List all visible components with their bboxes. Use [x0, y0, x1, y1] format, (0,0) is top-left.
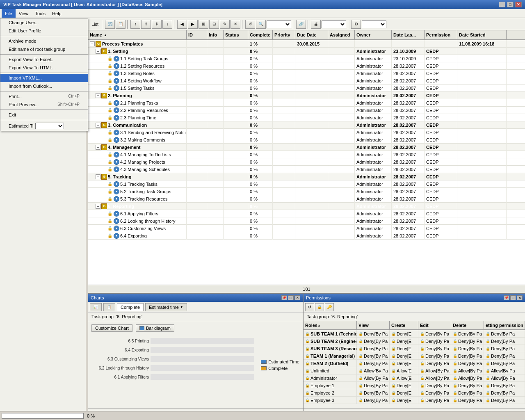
- task-row[interactable]: −GProcess Templates1 %30.08.201511.08.20…: [88, 40, 525, 48]
- menu-edit-user-profile[interactable]: Edit User Profile: [0, 27, 88, 35]
- task-row[interactable]: 🔒●4.1 Managing To Do Lists0 %Administrat…: [88, 151, 525, 158]
- toolbar-select[interactable]: [267, 20, 291, 28]
- menu-tools[interactable]: Tools: [32, 9, 49, 18]
- perm-col-roles[interactable]: Roles ▲: [304, 321, 357, 329]
- perm-row[interactable]: 🔒Employee 2🔒Deny[By Pa🔒Deny[E🔒Deny[By Pa…: [304, 389, 525, 397]
- col-header-datestarted[interactable]: Date Started: [457, 30, 507, 39]
- expand-icon[interactable]: −: [96, 123, 100, 128]
- toolbar-btn-9[interactable]: 🔍: [256, 20, 266, 29]
- perm-btn-1[interactable]: ↺: [305, 303, 314, 311]
- task-row[interactable]: 🔒●4.3 Managing Schedules0 %Administrator…: [88, 166, 525, 173]
- expand-icon[interactable]: −: [96, 204, 100, 209]
- perm-btn-2[interactable]: 🔒: [315, 303, 324, 311]
- expand-icon[interactable]: −: [96, 49, 100, 54]
- toolbar-btn-2[interactable]: 📋: [116, 20, 126, 29]
- task-row[interactable]: −G5. Tracking0 %Administrator28.02.2007C…: [88, 173, 525, 180]
- col-header-complete[interactable]: Complete: [248, 30, 273, 39]
- toolbar-select2[interactable]: [322, 20, 346, 28]
- perm-row[interactable]: 🔒TEAM 1 (Managerial)🔒Deny[By Pa🔒Deny[E🔒D…: [304, 352, 525, 360]
- menu-print[interactable]: Print...Ctrl+P: [0, 92, 88, 100]
- task-row[interactable]: 🔒●1.3 Setting Roles0 %Administrator28.02…: [88, 70, 525, 77]
- menu-change-user[interactable]: Change User...: [0, 18, 88, 27]
- toolbar-select3[interactable]: [362, 20, 386, 28]
- menu-export-html[interactable]: Export View To HTML...: [0, 64, 88, 72]
- col-header-priority[interactable]: Priority: [273, 30, 295, 39]
- perm-col-delete[interactable]: Delete: [451, 321, 484, 329]
- perm-row[interactable]: 🔒Employee 1🔒Deny[By Pa🔒Deny[E🔒Deny[By Pa…: [304, 382, 525, 389]
- perm-row[interactable]: 🔒SUB TEAM 1 (Technicians)🔒Deny[By Pa🔒Den…: [304, 330, 525, 338]
- chart-tab-icon1[interactable]: 📊: [90, 303, 102, 311]
- task-row[interactable]: −G1. Setting0 %Administrator23.10.2009CE…: [88, 48, 525, 55]
- charts-close-btn[interactable]: ✕: [294, 295, 300, 300]
- perm-max-btn[interactable]: □: [510, 295, 516, 300]
- menu-print-preview[interactable]: Print Preview...Shift+Ctrl+P: [0, 100, 88, 109]
- minimize-btn[interactable]: _: [499, 2, 505, 7]
- col-header-owner[interactable]: Owner: [355, 30, 392, 39]
- task-row[interactable]: 🔒●1.2 Setting Resources0 %Administrator2…: [88, 62, 525, 70]
- expand-icon[interactable]: −: [90, 41, 95, 46]
- perm-btn-3[interactable]: 🔑: [325, 303, 334, 311]
- charts-pin-btn[interactable]: 📌: [281, 295, 287, 300]
- toolbar-refresh[interactable]: ↺: [245, 20, 255, 29]
- chart-tab-complete[interactable]: Complete: [117, 303, 144, 311]
- perm-close-btn[interactable]: ✕: [517, 295, 523, 300]
- task-row[interactable]: −G3. Communication0 %Administrator28.02.…: [88, 121, 525, 129]
- menu-export-excel[interactable]: Export View To Excel...: [0, 55, 88, 64]
- toolbar-btn-up1[interactable]: ↑: [130, 20, 140, 29]
- task-row[interactable]: 🔒●1.1 Setting Task Groups0 %Administrato…: [88, 55, 525, 62]
- menu-import-vpxml[interactable]: Import VPXML...: [0, 74, 88, 82]
- col-header-perm[interactable]: Permission: [425, 30, 457, 39]
- menu-estimated-ti[interactable]: Estimated Ti: [0, 121, 88, 131]
- toolbar-btn-6[interactable]: ⊟: [209, 20, 219, 29]
- menu-file[interactable]: File: [2, 9, 16, 18]
- toolbar-btn-8[interactable]: ✕: [231, 20, 240, 29]
- menu-view[interactable]: View: [16, 9, 32, 18]
- expand-icon[interactable]: −: [96, 174, 100, 179]
- col-header-info[interactable]: Info: [207, 30, 224, 39]
- toolbar-btn-down1[interactable]: ⇓: [152, 20, 162, 29]
- task-row[interactable]: 🔒●5.3 Tracking Resources0 %Administrator…: [88, 195, 525, 203]
- toolbar-btn-1[interactable]: 🔄: [105, 20, 115, 29]
- toolbar-btn-down2[interactable]: ↓: [162, 20, 172, 29]
- chart-tab-estimated[interactable]: Estimated time ▼: [145, 303, 187, 311]
- task-row[interactable]: 🔒●2.3 Planning Time0 %Administrator28.02…: [88, 114, 525, 121]
- perm-row[interactable]: 🔒Unlimited🔒Allow[By Pa🔒Allow[E🔒Allow[By …: [304, 367, 525, 374]
- task-row[interactable]: 🔒●2.2 Planning Resources0 %Administrator…: [88, 107, 525, 114]
- task-row[interactable]: 🔒●5.1 Tracking Tasks0 %Administrator28.0…: [88, 180, 525, 188]
- task-row[interactable]: −G2. Planning0 %Administrator28.02.2007C…: [88, 92, 525, 99]
- col-header-id[interactable]: ID: [187, 30, 207, 39]
- perm-row[interactable]: 🔒SUB TEAM 2 (Engineers)🔒Deny[By Pa🔒Deny[…: [304, 338, 525, 345]
- toolbar-btn-3[interactable]: ◀: [177, 20, 187, 29]
- toolbar-btn-5[interactable]: ⊞: [199, 20, 208, 29]
- menu-import-outlook[interactable]: Import from Outlook...: [0, 82, 88, 90]
- expand-icon[interactable]: −: [96, 93, 100, 98]
- toolbar-print[interactable]: 🖨: [311, 20, 321, 29]
- task-row[interactable]: 🔒●6.4 Exporting0 %Administrator28.02.200…: [88, 232, 525, 240]
- menu-exit[interactable]: Exit: [0, 111, 88, 119]
- estimated-ti-select[interactable]: [35, 123, 64, 129]
- col-header-duedate[interactable]: Due Date: [295, 30, 328, 39]
- toolbar-btn-7[interactable]: ✎: [220, 20, 230, 29]
- col-header-lastmod[interactable]: Date Las...: [392, 30, 425, 39]
- task-row[interactable]: 🔒●4.2 Managing Projects0 %Administrator2…: [88, 158, 525, 166]
- menu-archive-mode[interactable]: Archive mode: [0, 37, 88, 45]
- task-row[interactable]: 🔒●1.5 Setting Tasks0 %Administrator28.02…: [88, 84, 525, 92]
- task-row[interactable]: 🔒●3.2 Making Comments0 %Administrator28.…: [88, 136, 525, 144]
- customize-chart-btn[interactable]: Customize Chart: [91, 324, 132, 332]
- col-header-name[interactable]: Name▲: [88, 30, 187, 39]
- task-row[interactable]: 🔒●6.3 Customizing Views0 %Administrator2…: [88, 225, 525, 232]
- charts-max-btn[interactable]: □: [288, 295, 294, 300]
- task-row[interactable]: −G4. Management0 %Administrator28.02.200…: [88, 144, 525, 151]
- perm-pin-btn[interactable]: 📌: [504, 295, 509, 300]
- maximize-btn[interactable]: □: [507, 2, 514, 7]
- toolbar-btn-4[interactable]: ▶: [188, 20, 198, 29]
- close-btn[interactable]: ✕: [515, 2, 522, 7]
- perm-row[interactable]: 🔒Employee 3🔒Deny[By Pa🔒Deny[E🔒Deny[By Pa…: [304, 397, 525, 404]
- task-row[interactable]: 🔒●1.4 Setting Workflow0 %Administrator28…: [88, 77, 525, 84]
- task-row[interactable]: 🔒●3.1 Sending and Receiving Notifi0 %Adm…: [88, 129, 525, 136]
- col-header-status[interactable]: Status: [224, 30, 248, 39]
- task-row[interactable]: 🔒●2.1 Planning Tasks0 %Administrator28.0…: [88, 99, 525, 107]
- bar-diagram-btn[interactable]: Bar diagram: [136, 324, 174, 332]
- menu-help[interactable]: Help: [49, 9, 65, 18]
- perm-row[interactable]: 🔒TEAM 2 (Outfield)🔒Deny[By Pa🔒Deny[E🔒Den…: [304, 360, 525, 367]
